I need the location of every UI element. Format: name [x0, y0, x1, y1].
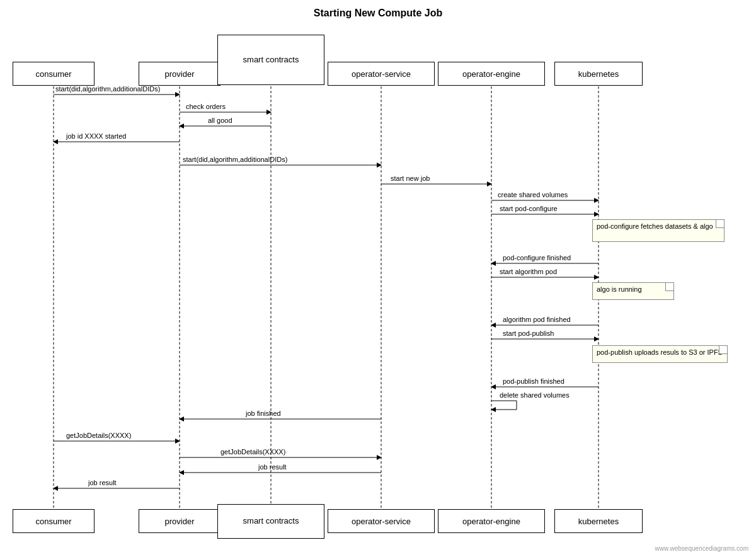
- svg-text:start pod-publish: start pod-publish: [503, 330, 554, 337]
- svg-marker-34: [594, 275, 599, 280]
- actor-provider-bottom: provider: [139, 509, 220, 533]
- svg-text:start(did,algorithm,additional: start(did,algorithm,additionalDIDs): [55, 85, 160, 93]
- svg-text:create shared volumes: create shared volumes: [498, 191, 568, 198]
- note-pod-publish: pod-publish uploads resuls to S3 or IPFS: [592, 345, 728, 363]
- svg-text:check orders: check orders: [186, 103, 226, 110]
- actor-smart-contracts-top: smart contracts: [217, 35, 324, 85]
- svg-text:job result: job result: [88, 479, 117, 486]
- svg-text:all good: all good: [208, 117, 232, 124]
- actor-kubernetes-top: kubernetes: [554, 62, 643, 86]
- svg-marker-48: [491, 407, 496, 412]
- svg-text:start(did,algorithm,additional: start(did,algorithm,additionalDIDs): [183, 156, 287, 163]
- actor-smart-contracts-bottom: smart contracts: [217, 504, 324, 539]
- svg-text:start algorithm pod: start algorithm pod: [500, 268, 557, 275]
- actor-kubernetes-bottom: kubernetes: [554, 509, 643, 533]
- svg-text:pod-publish finished: pod-publish finished: [503, 377, 564, 385]
- diagram-container: Starting New Compute Job start(did,algor…: [0, 0, 756, 557]
- svg-text:start new job: start new job: [391, 175, 430, 182]
- svg-text:getJobDetails(XXXX): getJobDetails(XXXX): [220, 448, 285, 456]
- svg-text:job id XXXX started: job id XXXX started: [66, 132, 126, 140]
- actor-provider-top: provider: [139, 62, 220, 86]
- svg-marker-40: [594, 336, 599, 342]
- svg-text:algorithm pod finished: algorithm pod finished: [503, 316, 571, 323]
- svg-text:job result: job result: [258, 463, 287, 471]
- svg-text:job finished: job finished: [245, 410, 281, 417]
- svg-text:delete shared volumes: delete shared volumes: [500, 391, 570, 399]
- actor-operator-engine-top: operator-engine: [438, 62, 545, 86]
- actor-operator-engine-bottom: operator-engine: [438, 509, 545, 533]
- note-algo-running: algo is running: [592, 282, 674, 300]
- actor-consumer-bottom: consumer: [13, 509, 94, 533]
- watermark: www.websequencediagrams.com: [655, 545, 748, 552]
- svg-text:start pod-configure: start pod-configure: [500, 205, 558, 212]
- actor-consumer-top: consumer: [13, 62, 94, 86]
- actor-operator-service-bottom: operator-service: [328, 509, 435, 533]
- svg-text:getJobDetails(XXXX): getJobDetails(XXXX): [66, 432, 131, 439]
- svg-text:pod-configure finished: pod-configure finished: [503, 254, 571, 261]
- actor-operator-service-top: operator-service: [328, 62, 435, 86]
- note-pod-configure: pod-configure fetches datasets & algo: [592, 219, 724, 242]
